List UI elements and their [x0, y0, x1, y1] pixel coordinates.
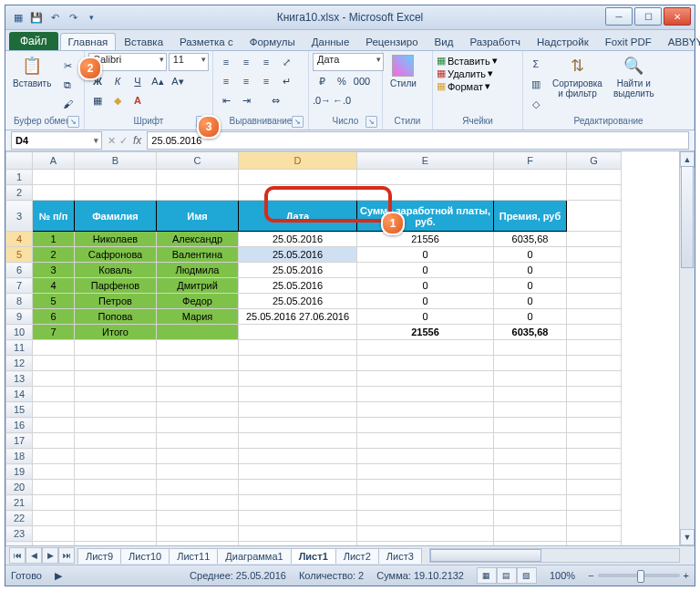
- orientation-button[interactable]: ⤢: [277, 53, 295, 71]
- tab-review[interactable]: Рецензиро: [357, 33, 426, 50]
- italic-button[interactable]: К: [108, 72, 127, 90]
- cell[interactable]: 1: [33, 232, 75, 247]
- tab-data[interactable]: Данные: [304, 33, 358, 50]
- cell[interactable]: 2: [33, 247, 75, 263]
- cell[interactable]: [75, 356, 157, 371]
- cell[interactable]: 25.05.2016: [239, 263, 357, 278]
- dec-indent-button[interactable]: ⇤: [217, 91, 235, 109]
- cell[interactable]: [75, 371, 157, 387]
- enter-formula-icon[interactable]: ✓: [119, 135, 128, 147]
- vscroll-thumb[interactable]: [681, 166, 694, 268]
- cell[interactable]: [494, 495, 567, 511]
- cell[interactable]: [157, 402, 239, 418]
- cell[interactable]: Александр: [157, 232, 239, 247]
- font-name-combo[interactable]: Calibri: [88, 53, 167, 71]
- cell[interactable]: [567, 495, 622, 511]
- cell[interactable]: Попова: [75, 309, 157, 325]
- cell[interactable]: [157, 464, 239, 480]
- align-top-button[interactable]: ≡: [217, 53, 235, 71]
- cell[interactable]: [239, 511, 357, 526]
- cell[interactable]: Людмила: [157, 263, 239, 278]
- cell[interactable]: [567, 464, 622, 480]
- view-normal-button[interactable]: ▦: [477, 567, 497, 584]
- table-header-cell[interactable]: Сумма заработной платы, руб.: [357, 201, 494, 232]
- cell[interactable]: [357, 526, 494, 542]
- row-header[interactable]: 1: [6, 170, 33, 185]
- tab-developer[interactable]: Разработч: [461, 33, 529, 50]
- maximize-button[interactable]: ☐: [634, 7, 662, 26]
- cell[interactable]: [357, 464, 494, 480]
- cell[interactable]: [33, 495, 75, 511]
- table-header-cell[interactable]: Премия, руб: [494, 201, 567, 232]
- cell[interactable]: 25.05.2016: [239, 232, 357, 247]
- cell[interactable]: 25.05.2016: [239, 278, 357, 294]
- cell[interactable]: [567, 247, 622, 263]
- bold-button[interactable]: Ж: [88, 72, 107, 90]
- cell[interactable]: 6: [33, 309, 75, 325]
- tab-foxit[interactable]: Foxit PDF: [597, 33, 660, 50]
- cell[interactable]: 0: [494, 263, 567, 278]
- scroll-down-button[interactable]: ▼: [680, 529, 695, 545]
- borders-button[interactable]: ▦: [88, 91, 107, 109]
- cell[interactable]: Петров: [75, 294, 157, 309]
- row-header[interactable]: 23: [6, 526, 33, 542]
- cell[interactable]: [494, 433, 567, 449]
- dec-decimal-button[interactable]: ←.0: [333, 91, 351, 109]
- cell[interactable]: [494, 480, 567, 495]
- table-header-cell[interactable]: № п/п: [33, 201, 75, 232]
- tab-file[interactable]: Файл: [9, 32, 58, 50]
- cell[interactable]: [33, 433, 75, 449]
- number-format-combo[interactable]: Дата: [313, 53, 384, 71]
- cells-delete-button[interactable]: ▦ Удалить ▾: [437, 67, 498, 79]
- cell[interactable]: [567, 433, 622, 449]
- cell[interactable]: 0: [357, 309, 494, 325]
- cell[interactable]: [157, 433, 239, 449]
- row-header[interactable]: 24: [6, 542, 33, 546]
- row-header[interactable]: 11: [6, 340, 33, 356]
- cell[interactable]: [494, 387, 567, 402]
- cell[interactable]: [357, 340, 494, 356]
- percent-button[interactable]: %: [333, 72, 351, 90]
- vertical-scrollbar[interactable]: ▲ ▼: [679, 151, 695, 545]
- sheet-tab[interactable]: Лист2: [335, 548, 379, 564]
- view-break-button[interactable]: ▧: [517, 567, 537, 584]
- cell[interactable]: [494, 371, 567, 387]
- cells-format-button[interactable]: ▦ Формат ▾: [437, 80, 498, 92]
- cell[interactable]: 0: [357, 278, 494, 294]
- number-launcher[interactable]: ↘: [365, 116, 377, 128]
- cell[interactable]: [567, 418, 622, 433]
- cell[interactable]: Итого: [75, 325, 157, 340]
- cell[interactable]: [494, 340, 567, 356]
- cell[interactable]: 21556: [357, 232, 494, 247]
- comma-button[interactable]: 000: [353, 72, 371, 90]
- cell[interactable]: Николаев: [75, 232, 157, 247]
- col-F[interactable]: F: [494, 152, 567, 170]
- cancel-formula-icon[interactable]: ✕: [108, 135, 116, 147]
- row-header[interactable]: 14: [6, 387, 33, 402]
- row-header[interactable]: 21: [6, 495, 33, 511]
- cell[interactable]: [33, 526, 75, 542]
- cell[interactable]: [239, 387, 357, 402]
- cell[interactable]: [494, 185, 567, 201]
- sheet-nav-next[interactable]: ▶: [42, 547, 58, 564]
- row-header[interactable]: 16: [6, 418, 33, 433]
- cell[interactable]: [157, 449, 239, 464]
- cell[interactable]: [357, 542, 494, 546]
- format-painter-button[interactable]: 🖌: [58, 95, 77, 113]
- tab-formulas[interactable]: Формулы: [242, 33, 304, 50]
- cell[interactable]: [33, 371, 75, 387]
- sheet-tab[interactable]: Лист1: [291, 548, 336, 564]
- cell[interactable]: [157, 495, 239, 511]
- cell[interactable]: [239, 526, 357, 542]
- status-macro-icon[interactable]: ▶: [55, 570, 62, 582]
- table-header-cell[interactable]: Дата: [239, 201, 357, 232]
- zoom-out-button[interactable]: −: [588, 570, 593, 581]
- cell[interactable]: [33, 418, 75, 433]
- cell[interactable]: Парфенов: [75, 278, 157, 294]
- cell[interactable]: [75, 449, 157, 464]
- tab-page-layout[interactable]: Разметка с: [171, 33, 242, 50]
- sheet-nav-first[interactable]: ⏮: [9, 547, 26, 564]
- cell[interactable]: [494, 542, 567, 546]
- cell[interactable]: [75, 464, 157, 480]
- tab-addins[interactable]: Надстройк: [529, 33, 597, 50]
